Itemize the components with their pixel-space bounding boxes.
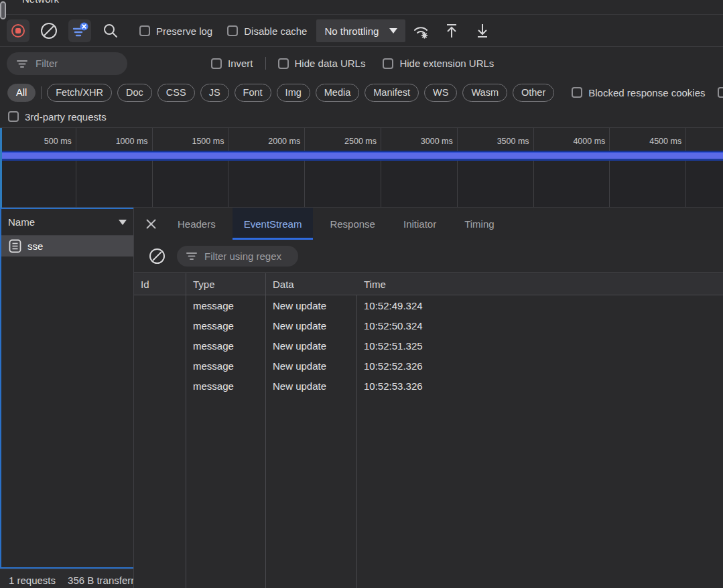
request-row-sse[interactable]: sse (1, 236, 133, 256)
timeline-tick-label: 2000 ms (228, 128, 305, 151)
export-har-button[interactable] (471, 19, 494, 42)
column-header[interactable]: Data (266, 273, 357, 295)
type-chip[interactable]: WS (424, 84, 457, 102)
name-column-header[interactable]: Name (1, 209, 133, 236)
devtools-network-panel: Network (0, 0, 723, 588)
request-name: sse (27, 240, 43, 252)
type-chip[interactable]: JS (200, 84, 229, 102)
throttling-select[interactable]: No throttling (316, 19, 405, 42)
table-row[interactable]: message New update 10:52:53.326 (134, 376, 723, 396)
cell-type: message (186, 295, 266, 315)
details-tab[interactable]: Headers (166, 208, 227, 240)
column-header[interactable]: Id (134, 273, 186, 295)
hide-extension-urls-label: Hide extension URLs (399, 58, 494, 69)
funnel-icon (16, 58, 28, 69)
type-chip[interactable]: Fetch/XHR (47, 84, 112, 102)
column-header[interactable]: Type (186, 273, 266, 295)
request-details-pane: HeadersEventStreamResponseInitiatorTimin… (134, 208, 723, 588)
hide-extension-urls-checkbox[interactable]: Hide extension URLs (383, 58, 494, 69)
search-icon (102, 22, 119, 40)
type-chip[interactable]: Wasm (462, 84, 507, 102)
cell-id (134, 315, 186, 336)
overview-waterfall-grid[interactable] (0, 161, 723, 208)
divider (265, 57, 266, 70)
transferred-size: 356 B transferred (68, 575, 133, 588)
name-column-label: Name (8, 216, 35, 228)
details-tab-bar: HeadersEventStreamResponseInitiatorTimin… (134, 208, 723, 240)
blocked-response-cookies-checkbox[interactable]: Blocked response cookies (572, 87, 705, 98)
table-row[interactable]: message New update 10:52:49.324 (134, 295, 723, 315)
filter-row: Filter Invert Hide data URLs Hide extens… (0, 48, 723, 79)
record-button[interactable] (7, 19, 29, 42)
type-chip-all[interactable]: All (7, 84, 36, 102)
network-conditions-button[interactable] (409, 19, 432, 42)
throttling-value: No throttling (324, 25, 379, 37)
checkbox-box (278, 58, 289, 69)
type-chip[interactable]: Font (235, 84, 271, 102)
divider (41, 86, 42, 99)
cell-id (134, 295, 186, 315)
checkbox-box (8, 111, 19, 122)
cell-data: New update (266, 356, 357, 376)
table-empty-area (134, 396, 723, 588)
checkbox-box (718, 87, 723, 98)
chevron-down-icon (389, 28, 397, 33)
eventstream-rows: message New update 10:52:49.324 message … (134, 295, 723, 396)
cell-id (134, 376, 186, 396)
close-icon (145, 218, 157, 230)
network-conditions-icon (411, 21, 431, 40)
search-button[interactable] (99, 19, 122, 42)
type-chip[interactable]: Doc (117, 84, 152, 102)
overview-request-bar[interactable] (0, 151, 723, 161)
timeline-tick-label: 4500 ms (610, 128, 686, 151)
third-party-requests-checkbox[interactable]: 3rd-party requests (8, 111, 107, 123)
eventstream-filter-input[interactable]: Filter using regex (177, 246, 298, 267)
details-tab[interactable]: Response (318, 208, 387, 240)
invert-checkbox[interactable]: Invert (211, 58, 253, 69)
timeline-ruler[interactable]: 500 ms1000 ms1500 ms2000 ms2500 ms3000 m… (0, 128, 723, 151)
preserve-log-label: Preserve log (156, 25, 212, 37)
details-tab[interactable]: Timing (453, 208, 505, 240)
table-row[interactable]: message New update 10:52:52.326 (134, 356, 723, 376)
type-chip[interactable]: Other (513, 84, 554, 102)
checkbox-box (227, 25, 238, 36)
disable-cache-checkbox[interactable]: Disable cache (227, 25, 307, 37)
eventstream-table-header[interactable]: IdTypeDataTime (134, 273, 723, 295)
download-arrow-icon (474, 21, 491, 40)
blocked-requests-checkbox[interactable]: B (718, 87, 723, 98)
filter-input[interactable]: Filter (7, 52, 127, 75)
funnel-icon (186, 250, 198, 261)
invert-label: Invert (228, 58, 253, 69)
type-chip[interactable]: Media (316, 84, 360, 102)
eventstream-filter-placeholder: Filter using regex (204, 250, 281, 262)
import-har-button[interactable] (440, 19, 463, 42)
panel-title: Network (22, 0, 59, 5)
chevron-down-icon (119, 220, 127, 225)
overview-left-grip[interactable] (0, 1, 6, 19)
clear-button[interactable] (38, 19, 60, 42)
cell-time: 10:52:50.324 (357, 315, 723, 336)
type-chip-list: Fetch/XHRDocCSSJSFontImgMediaManifestWSW… (47, 84, 560, 102)
details-tab[interactable]: Initiator (392, 208, 448, 240)
column-header[interactable]: Time (357, 273, 723, 295)
close-details-button[interactable] (135, 208, 166, 240)
document-icon (9, 239, 21, 253)
disable-cache-label: Disable cache (244, 25, 307, 37)
third-party-row: 3rd-party requests (0, 106, 723, 128)
details-tab[interactable]: EventStream (233, 208, 314, 240)
table-row[interactable]: message New update 10:52:51.325 (134, 336, 723, 356)
third-party-requests-label: 3rd-party requests (25, 111, 107, 123)
filter-toggle-button[interactable] (68, 19, 91, 42)
checkbox-box (211, 58, 222, 69)
table-row[interactable]: message New update 10:52:50.324 (134, 315, 723, 336)
cell-id (134, 356, 186, 376)
request-type-filter-row: All Fetch/XHRDocCSSJSFontImgMediaManifes… (0, 79, 723, 106)
record-icon (10, 23, 26, 39)
preserve-log-checkbox[interactable]: Preserve log (139, 25, 212, 37)
hide-data-urls-checkbox[interactable]: Hide data URLs (278, 58, 366, 69)
eventstream-clear-button[interactable] (145, 244, 168, 267)
type-chip[interactable]: Img (277, 84, 310, 102)
type-chip[interactable]: CSS (157, 84, 195, 102)
cell-data: New update (266, 336, 357, 356)
type-chip[interactable]: Manifest (365, 84, 419, 102)
